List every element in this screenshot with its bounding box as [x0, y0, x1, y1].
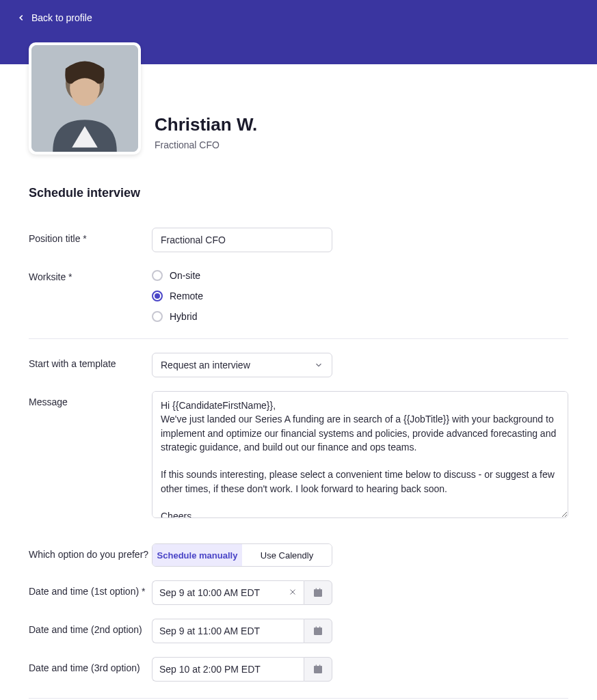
- svg-rect-10: [314, 628, 322, 630]
- scheduling-pref-label: Which option do you prefer?: [29, 543, 152, 560]
- scheduling-option-use-calendly[interactable]: Use Calendly: [242, 544, 332, 566]
- calendar-icon: [313, 587, 323, 598]
- svg-rect-8: [319, 588, 320, 590]
- datetime-input-1[interactable]: Sep 9 at 10:00 AM EDT: [152, 580, 304, 605]
- worksite-radio-remote[interactable]: Remote: [152, 291, 568, 301]
- template-label: Start with a template: [29, 353, 152, 369]
- back-label: Back to profile: [31, 12, 92, 23]
- svg-rect-12: [319, 626, 320, 628]
- message-textarea[interactable]: [152, 391, 568, 518]
- worksite-option-label: Remote: [170, 291, 203, 301]
- radio-icon: [152, 291, 163, 301]
- radio-icon: [152, 270, 163, 281]
- datetime-input-3[interactable]: Sep 10 at 2:00 PM EDT: [152, 657, 304, 682]
- message-label: Message: [29, 391, 152, 407]
- datetime-label-1: Date and time (1st option) *: [29, 580, 152, 597]
- avatar-placeholder-icon: [31, 45, 138, 152]
- divider: [29, 338, 568, 339]
- open-calendar-button[interactable]: [304, 619, 332, 643]
- candidate-header: Christian W. Fractional CFO: [29, 42, 568, 154]
- svg-rect-15: [316, 664, 317, 667]
- close-icon: [289, 588, 297, 596]
- back-to-profile-link[interactable]: Back to profile: [0, 0, 597, 23]
- position-title-input[interactable]: [152, 228, 332, 252]
- worksite-option-label: On-site: [170, 270, 200, 281]
- calendar-icon: [313, 625, 323, 636]
- worksite-radio-on-site[interactable]: On-site: [152, 270, 568, 281]
- chevron-left-icon: [16, 13, 26, 23]
- position-title-label: Position title *: [29, 228, 152, 244]
- datetime-label-3: Date and time (3rd option): [29, 657, 152, 673]
- scheduling-option-schedule-manually[interactable]: Schedule manually: [152, 544, 242, 566]
- worksite-option-label: Hybrid: [170, 311, 197, 322]
- datetime-input-2[interactable]: Sep 9 at 11:00 AM EDT: [152, 619, 304, 643]
- avatar: [29, 42, 141, 154]
- chevron-down-icon: [314, 360, 323, 370]
- worksite-label: Worksite *: [29, 266, 152, 282]
- clear-datetime-button[interactable]: [289, 587, 297, 598]
- calendar-icon: [313, 664, 323, 675]
- template-select[interactable]: Request an interview: [152, 353, 332, 377]
- svg-rect-6: [314, 589, 322, 591]
- svg-rect-11: [316, 626, 317, 628]
- divider: [29, 698, 568, 699]
- svg-rect-16: [319, 664, 320, 667]
- page-title: Schedule interview: [29, 186, 568, 200]
- svg-rect-14: [314, 666, 322, 668]
- datetime-label-2: Date and time (2nd option): [29, 619, 152, 635]
- candidate-role: Fractional CFO: [155, 139, 257, 150]
- svg-rect-7: [316, 588, 317, 590]
- template-selected-value: Request an interview: [161, 360, 250, 371]
- radio-icon: [152, 311, 163, 322]
- open-calendar-button[interactable]: [304, 580, 332, 605]
- open-calendar-button[interactable]: [304, 657, 332, 682]
- worksite-radio-hybrid[interactable]: Hybrid: [152, 311, 568, 322]
- candidate-name: Christian W.: [155, 114, 257, 135]
